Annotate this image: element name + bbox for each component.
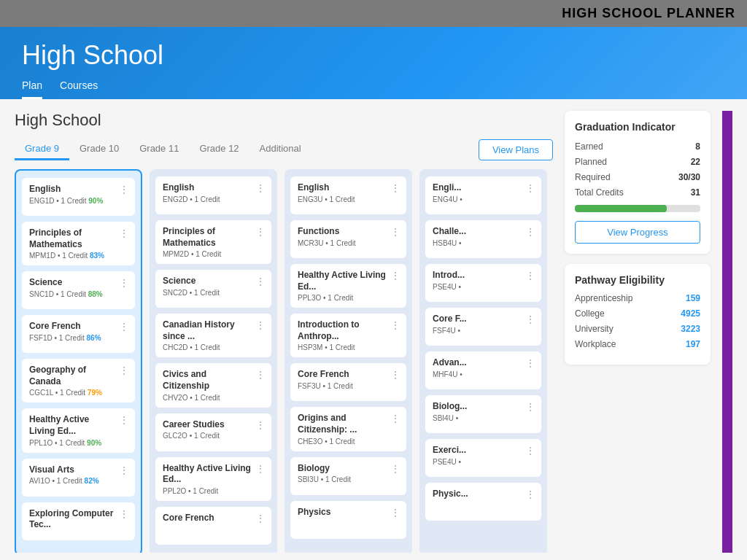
course-menu-icon[interactable]: ⋮ (119, 464, 129, 476)
header-tab-plan[interactable]: Plan (22, 79, 42, 99)
course-card[interactable]: Exerci...PSE4U •⋮ (425, 439, 541, 477)
course-menu-icon[interactable]: ⋮ (525, 357, 535, 369)
course-menu-icon[interactable]: ⋮ (119, 184, 129, 195)
pathway-label: University (575, 324, 614, 334)
grad-row-label: Earned (575, 141, 603, 152)
course-card[interactable]: Physic...⋮ (425, 483, 541, 521)
course-menu-icon[interactable]: ⋮ (390, 226, 400, 238)
course-menu-icon[interactable]: ⋮ (525, 226, 535, 238)
course-menu-icon[interactable]: ⋮ (525, 270, 535, 281)
course-card[interactable]: Biolog...SBI4U •⋮ (425, 395, 541, 433)
course-card-sub: SBI3U • 1 Credit (298, 475, 399, 483)
header-tab-courses[interactable]: Courses (60, 79, 98, 99)
course-card[interactable]: Origins and Citizenship: ...CHE3O • 1 Cr… (290, 407, 406, 451)
course-menu-icon[interactable]: ⋮ (119, 365, 129, 376)
course-menu-icon[interactable]: ⋮ (390, 270, 400, 281)
course-card[interactable]: Core French⋮ (155, 507, 271, 545)
course-card[interactable]: Visual ArtsAVI1O • 1 Credit 82%⋮ (22, 459, 135, 497)
course-menu-icon[interactable]: ⋮ (390, 463, 400, 475)
pathway-title: Pathway Eligibility (575, 274, 700, 286)
course-card[interactable]: Core FrenchFSF1D • 1 Credit 86%⋮ (22, 315, 135, 353)
view-progress-button[interactable]: View Progress (575, 221, 700, 244)
course-card[interactable]: Healthy Active Living Ed...PPL1O • 1 Cre… (22, 408, 135, 452)
course-card[interactable]: Healthy Active Living Ed...PPL2O • 1 Cre… (155, 457, 271, 501)
course-menu-icon[interactable]: ⋮ (255, 276, 266, 287)
course-card-title: Principles of Mathematics (163, 226, 264, 249)
course-card-title: Biolog... (433, 401, 534, 413)
course-card[interactable]: Advan...MHF4U •⋮ (425, 351, 541, 389)
header-tabs: Plan Courses (22, 79, 725, 99)
course-menu-icon[interactable]: ⋮ (255, 319, 266, 331)
pathway-label: Apprenticeship (575, 293, 632, 303)
course-card[interactable]: ScienceSNC1D • 1 Credit 88%⋮ (22, 271, 135, 309)
pathway-row: College4925 (575, 308, 700, 319)
course-card-title: Healthy Active Living Ed... (29, 414, 128, 437)
course-card-sub: CHC2D • 1 Credit (163, 343, 264, 351)
course-card[interactable]: Career StudiesGLC2O • 1 Credit⋮ (155, 413, 271, 451)
course-card-sub: PPL2O • 1 Credit (163, 487, 264, 495)
blue-header: High School Plan Courses (0, 27, 747, 99)
course-card[interactable]: Introd...PSE4U •⋮ (425, 264, 541, 302)
course-menu-icon[interactable]: ⋮ (255, 226, 266, 238)
course-menu-icon[interactable]: ⋮ (525, 445, 535, 456)
course-menu-icon[interactable]: ⋮ (390, 369, 400, 381)
course-menu-icon[interactable]: ⋮ (255, 369, 266, 381)
course-card-sub: FSF1D • 1 Credit 86% (29, 334, 128, 342)
course-card[interactable]: Challe...HSB4U •⋮ (425, 220, 541, 258)
progress-bar-fill (575, 205, 667, 212)
course-menu-icon[interactable]: ⋮ (525, 489, 535, 500)
course-menu-icon[interactable]: ⋮ (119, 228, 129, 239)
graduation-indicator: Graduation Indicator Earned8Planned22Req… (565, 111, 711, 254)
course-card-title: Civics and Citizenship (163, 369, 264, 392)
grade-tab-10[interactable]: Grade 10 (69, 139, 129, 160)
view-plans-button[interactable]: View Plans (479, 139, 553, 160)
grade-tab-11[interactable]: Grade 11 (129, 139, 189, 160)
course-card[interactable]: Healthy Active Living Ed...PPL3O • 1 Cre… (290, 264, 406, 308)
course-menu-icon[interactable]: ⋮ (390, 507, 400, 518)
course-card-title: Healthy Active Living Ed... (163, 463, 264, 486)
course-card[interactable]: EnglishENG3U • 1 Credit⋮ (290, 176, 406, 214)
course-card[interactable]: ScienceSNC2D • 1 Credit⋮ (155, 270, 271, 308)
course-menu-icon[interactable]: ⋮ (525, 401, 535, 413)
course-menu-icon[interactable]: ⋮ (119, 508, 129, 520)
grade-tab-9[interactable]: Grade 9 (15, 139, 69, 160)
course-card[interactable]: Physics⋮ (290, 501, 406, 539)
course-card[interactable]: Principles of MathematicsMPM2D • 1 Credi… (155, 220, 271, 264)
course-menu-icon[interactable]: ⋮ (390, 182, 400, 194)
course-card[interactable]: EnglishENG1D • 1 Credit 90%⋮ (22, 178, 135, 216)
course-card[interactable]: Civics and CitizenshipCHV2O • 1 Credit⋮ (155, 363, 271, 407)
app-title: HIGH SCHOOL PLANNER (562, 6, 735, 20)
course-menu-icon[interactable]: ⋮ (525, 314, 535, 325)
course-menu-icon[interactable]: ⋮ (119, 321, 129, 332)
course-card-sub: ENG4U • (433, 195, 534, 203)
course-card[interactable]: Engli...ENG4U •⋮ (425, 176, 541, 214)
grade-tab-additional[interactable]: Additional (249, 139, 311, 160)
course-column-0: EnglishENG1D • 1 Credit 90%⋮Principles o… (15, 169, 142, 553)
pathway-value: 159 (686, 293, 700, 303)
course-card[interactable]: FunctionsMCR3U • 1 Credit⋮ (290, 220, 406, 258)
pathway-label: College (575, 308, 605, 319)
course-card-title: Core French (298, 369, 399, 381)
course-card[interactable]: EnglishENG2D • 1 Credit⋮ (155, 176, 271, 214)
course-card-title: Exploring Computer Tec... (29, 508, 128, 531)
course-menu-icon[interactable]: ⋮ (255, 463, 266, 475)
course-card[interactable]: BiologySBI3U • 1 Credit⋮ (290, 457, 406, 495)
course-card[interactable]: Canadian History since ...CHC2D • 1 Cred… (155, 314, 271, 357)
course-card[interactable]: Geography of CanadaCGC1L • 1 Credit 79%⋮ (22, 359, 135, 402)
course-menu-icon[interactable]: ⋮ (390, 319, 400, 331)
course-menu-icon[interactable]: ⋮ (119, 414, 129, 426)
course-menu-icon[interactable]: ⋮ (255, 419, 266, 431)
course-card-title: Introd... (433, 270, 534, 281)
grade-tab-12[interactable]: Grade 12 (189, 139, 249, 160)
course-menu-icon[interactable]: ⋮ (525, 182, 535, 194)
course-card[interactable]: Exploring Computer Tec...⋮ (22, 502, 135, 540)
course-card[interactable]: Core F...FSF4U •⋮ (425, 308, 541, 346)
course-card[interactable]: Introduction to Anthrop...HSP3M • 1 Cred… (290, 314, 406, 357)
course-card-sub: MHF4U • (433, 370, 534, 378)
course-menu-icon[interactable]: ⋮ (119, 277, 129, 289)
course-card[interactable]: Core FrenchFSF3U • 1 Credit⋮ (290, 363, 406, 401)
course-card[interactable]: Principles of MathematicsMPM1D • 1 Credi… (22, 222, 135, 265)
course-menu-icon[interactable]: ⋮ (255, 513, 266, 524)
course-menu-icon[interactable]: ⋮ (255, 182, 266, 194)
course-menu-icon[interactable]: ⋮ (390, 413, 400, 424)
